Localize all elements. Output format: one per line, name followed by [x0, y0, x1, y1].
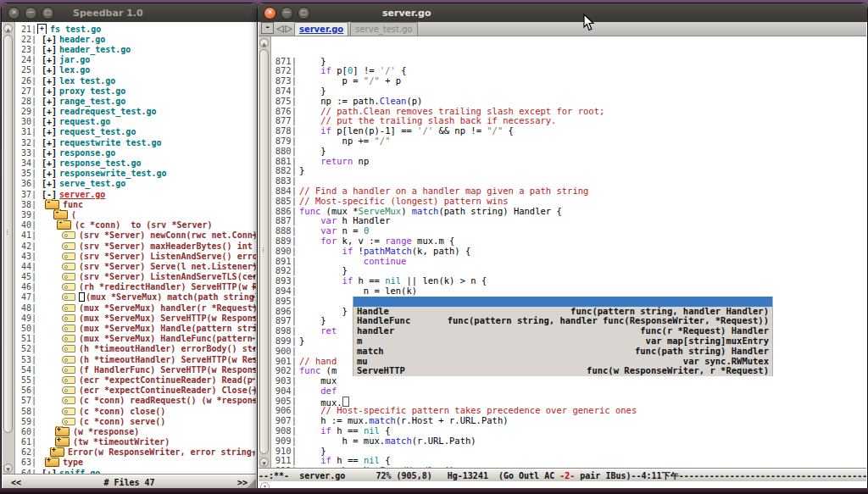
tree-item[interactable]: 30| [+]request.go [15, 117, 256, 127]
tree-item[interactable]: 21|+fs_test.go [15, 24, 256, 34]
tree-item[interactable]: 25| [+]lex.go [15, 65, 256, 75]
tag-icon[interactable] [62, 345, 75, 352]
tree-item[interactable]: 34| [+]response_test.go [15, 158, 256, 168]
tree-item[interactable]: 62|+Error(w ResponseWriter, error string… [15, 447, 256, 458]
tag-icon[interactable] [62, 386, 75, 394]
folder-open-icon[interactable]: - [53, 210, 68, 219]
close-icon[interactable]: ✕ [8, 7, 20, 19]
completion-item[interactable] [353, 297, 772, 307]
tag-icon[interactable] [62, 273, 75, 280]
tree-item-label[interactable]: (c *conn) readRequest() (w *response, [79, 396, 256, 405]
tree-item-label[interactable]: type [63, 458, 83, 467]
completion-item[interactable]: handlerfunc(r *Request) Handler [353, 326, 772, 336]
tree-item[interactable]: 39|-( [15, 209, 256, 219]
tree-item-label[interactable]: jar.go [59, 55, 90, 64]
tag-icon[interactable] [62, 283, 75, 291]
tree-item[interactable]: 61|+(tw *timeoutWriter) [15, 437, 256, 447]
tag-icon[interactable] [62, 263, 75, 270]
code-line[interactable]: 879| np += "/" [271, 136, 866, 147]
expand-box-icon[interactable]: [+] [36, 107, 57, 116]
tree-item-label[interactable]: (mux *ServeMux) match(path string) Ha [86, 292, 256, 302]
code-line[interactable]: 882|} [271, 166, 866, 176]
code-line[interactable]: 904| def [271, 386, 866, 397]
expand-box-icon[interactable]: [+] [36, 469, 57, 475]
tree-item[interactable]: 59|(c *conn) serve() [15, 416, 256, 426]
tree-item[interactable]: 33| [+]response.go [15, 147, 256, 158]
tree-item-label[interactable]: Error(w ResponseWriter, error string, c [68, 447, 256, 457]
scrollbar-thumb[interactable] [3, 35, 13, 433]
expand-box-icon[interactable]: [+] [36, 169, 57, 178]
tree-item-label[interactable]: (mux *ServeMux) HandleFunc(pattern st [79, 334, 256, 343]
tree-item-label[interactable]: (srv *Server) newConn(rwc net.Conn) ( [79, 230, 256, 240]
tree-item[interactable]: 56|(ecr *expectContinueReader) Close() e… [15, 386, 256, 396]
tree-item-label[interactable]: responsewrite_test.go [59, 169, 166, 178]
tree-item[interactable]: 23| [+]header_test.go [15, 44, 256, 54]
tree-item-label[interactable]: (ecr *expectContinueReader) Close() e [79, 386, 256, 395]
tree-item[interactable]: 53|(h *timeoutHandler) ServeHTTP(w Respo… [15, 354, 256, 364]
expand-box-icon[interactable]: [+] [36, 179, 57, 188]
code-line[interactable]: 891| continue [271, 257, 866, 267]
expand-box-icon[interactable]: [+] [36, 45, 57, 54]
tag-icon[interactable] [62, 376, 75, 384]
tree-item-label[interactable]: (h *timeoutHandler) errorBody() strin [79, 344, 256, 353]
tab-server-go[interactable]: server.go [294, 22, 348, 36]
completion-item[interactable]: Handlefunc(pattern string, handler Handl… [353, 307, 772, 317]
expand-box-icon[interactable]: [+] [36, 55, 57, 64]
tree-item[interactable]: 36| [+]serve_test.go [15, 179, 256, 189]
completion-item[interactable]: mvar map[string]muxEntry [353, 336, 772, 347]
tag-icon[interactable] [62, 314, 75, 322]
tree-item[interactable]: 28| [+]range_test.go [15, 96, 256, 106]
tree-item[interactable]: 26| [+]lex_test.go [15, 75, 256, 86]
tag-icon[interactable] [62, 356, 75, 364]
tree-item-label[interactable]: func [63, 200, 83, 209]
completion-item[interactable]: matchfunc(path string) Handler [353, 347, 772, 357]
scroll-down-icon[interactable]: ▼ [3, 463, 13, 473]
tree-item-label[interactable]: response_test.go [59, 158, 141, 168]
tree-item[interactable]: 38|-func [15, 199, 256, 209]
folder-closed-icon[interactable]: + [55, 427, 70, 436]
tree-item-label[interactable]: header.go [59, 35, 105, 44]
tree-item[interactable]: 44|(srv *Server) Serve(l net.Listener) e… [15, 261, 256, 271]
tree-item[interactable]: 32| [+]requestwrite_test.go [15, 137, 256, 147]
tree-item[interactable]: 27| [+]proxy_test.go [15, 86, 256, 96]
tag-icon[interactable] [62, 408, 75, 415]
folder-open-icon[interactable]: - [45, 200, 59, 209]
expand-box-icon[interactable]: [+] [36, 158, 57, 168]
expand-box-icon[interactable]: [+] [36, 35, 57, 44]
tree-item[interactable]: 64| [+]sniff.go [15, 468, 256, 475]
tree-item-label[interactable]: fs_test.go [50, 25, 101, 34]
tree-item-label[interactable]: ( [71, 210, 76, 219]
completion-item[interactable]: muvar sync.RWMutex [353, 357, 772, 367]
tree-item-label[interactable]: (ecr *expectContinueReader) Read(p [] [79, 375, 256, 385]
folder-closed-icon[interactable]: + [45, 458, 59, 467]
folder-open-icon[interactable]: - [57, 220, 71, 230]
expand-box-icon[interactable]: [+] [36, 138, 57, 147]
tree-item[interactable]: 45|(srv *Server) ListenAndServeTLS(certF… [15, 272, 256, 282]
expand-box-icon[interactable]: [+] [36, 148, 57, 158]
expand-box-icon[interactable]: [+] [36, 97, 57, 106]
tree-item[interactable]: 54|(f HandlerFunc) ServeHTTP(w ResponseW… [15, 364, 256, 375]
maximize-icon[interactable]: ▢ [42, 7, 54, 19]
maximize-icon[interactable]: ▢ [298, 7, 310, 19]
tree-item-label[interactable]: range_test.go [59, 97, 125, 106]
tree-item-label[interactable]: (w *response) [73, 427, 139, 436]
minimize-icon[interactable]: — [25, 7, 37, 19]
tree-item-label[interactable]: response.go [59, 148, 115, 158]
code-line[interactable]: 881| return np [271, 157, 866, 167]
expand-box-icon[interactable]: [+] [36, 127, 57, 136]
completion-item[interactable]: HandleFuncfunc(pattern string, handler f… [353, 316, 772, 326]
tree-item[interactable]: 51|(mux *ServeMux) HandleFunc(pattern st… [15, 334, 256, 344]
tree-item-label[interactable]: (mux *ServeMux) handler(r *Request) H [79, 303, 256, 313]
tree-item[interactable]: 55|(ecr *expectContinueReader) Read(p []… [15, 375, 256, 385]
code-line[interactable]: 873| p = "/" + p [271, 76, 866, 86]
tree-item-label[interactable]: (h *timeoutHandler) ServeHTTP(w Respo [79, 355, 256, 364]
tree-item[interactable]: 40|-(c *conn) to (srv *Server) [15, 220, 256, 230]
expand-box-icon[interactable]: [+] [36, 65, 57, 75]
tree-item[interactable]: 52|(h *timeoutHandler) errorBody() strin… [15, 344, 256, 354]
tabbar-minimize-button[interactable]: - [261, 22, 274, 34]
tag-icon[interactable] [62, 231, 75, 239]
tree-item-label[interactable]: header_test.go [59, 45, 131, 54]
tree-item[interactable]: 58|(c *conn) close() [15, 406, 256, 416]
tag-icon[interactable] [62, 242, 75, 250]
tree-item-label[interactable]: readrequest_test.go [59, 107, 156, 116]
